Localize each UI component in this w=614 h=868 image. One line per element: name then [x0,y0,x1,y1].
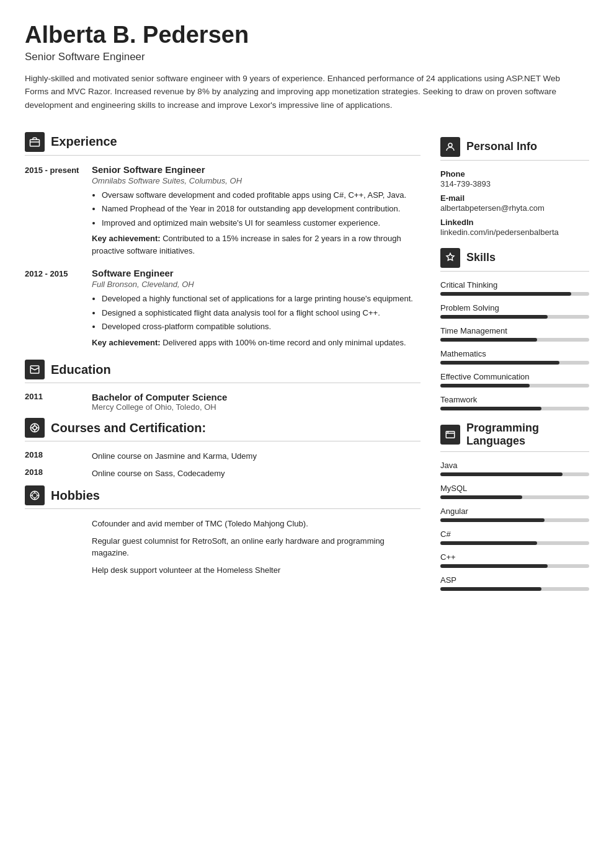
exp-year: 2015 - present [25,164,81,257]
prog-lang-item: Angular [440,507,589,522]
personal-info-title: Personal Info [466,140,537,153]
experience-title: Experience [51,135,117,149]
experience-icon [25,132,45,152]
prog-lang-bar-fill [440,587,541,591]
prog-lang-name: MySQL [440,484,589,493]
prog-lang-title: Programming Languages [466,422,589,448]
skill-bar-bg [440,384,589,388]
education-item: 2011Bachelor of Computer ScienceMercy Co… [25,392,420,412]
phone-label: Phone [440,169,589,179]
skill-bar-fill [440,407,541,410]
prog-lang-item: Java [440,461,589,476]
course-year: 2018 [25,467,81,480]
prog-lang-item: MySQL [440,484,589,499]
main-column: Experience 2015 - presentSenior Software… [25,126,420,585]
courses-icon [25,418,45,438]
email-label: E-mail [440,193,589,203]
experience-header: Experience [25,132,420,156]
hobby-item: Cofounder and avid member of TMC (Toledo… [92,518,420,530]
prog-lang-name: C# [440,529,589,539]
exp-content: Software EngineerFull Bronson, Cleveland… [92,268,420,348]
exp-bullets: Oversaw software development and coded p… [102,189,420,229]
education-list: 2011Bachelor of Computer ScienceMercy Co… [25,392,420,412]
exp-achievement: Key achievement: Delivered apps with 100… [92,337,420,349]
hobbies-header: Hobbies [25,485,420,509]
skill-name: Time Management [440,326,589,335]
candidate-summary: Highly-skilled and motivated senior soft… [25,72,583,112]
prog-lang-bar-bg [440,518,589,522]
exp-bullet-item: Developed cross-platform compatible solu… [102,321,420,333]
phone-value: 314-739-3893 [440,179,589,188]
prog-lang-bar-fill [440,541,537,545]
experience-list: 2015 - presentSenior Software EngineerOm… [25,164,420,349]
skill-item: Mathematics [440,349,589,365]
prog-lang-bar-fill [440,564,548,568]
prog-lang-name: Java [440,461,589,470]
exp-company: Full Bronson, Cleveland, OH [92,280,420,289]
skill-name: Mathematics [440,349,589,358]
skill-item: Effective Communication [440,372,589,388]
prog-lang-list: JavaMySQLAngularC#C++ASP [440,461,589,591]
exp-bullet-item: Oversaw software development and coded p… [102,189,420,202]
skill-bar-bg [440,338,589,342]
exp-bullet-item: Designed a sophisticated flight data ana… [102,307,420,319]
skill-bar-fill [440,315,548,319]
hobbies-section: Hobbies Cofounder and avid member of TMC… [25,485,420,581]
prog-lang-bar-bg [440,472,589,476]
skill-name: Effective Communication [440,372,589,381]
course-text: Online course on Sass, Codecademy [92,467,225,480]
prog-lang-name: Angular [440,507,589,516]
exp-company: Omnilabs Software Suites, Columbus, OH [92,176,420,185]
edu-content: Bachelor of Computer ScienceMercy Colleg… [92,392,227,412]
skills-list: Critical ThinkingProblem SolvingTime Man… [440,280,589,410]
skill-bar-bg [440,315,589,319]
svg-rect-0 [30,140,40,146]
hobbies-list: Cofounder and avid member of TMC (Toledo… [25,518,420,581]
education-section: Education 2011Bachelor of Computer Scien… [25,360,420,412]
skill-name: Teamwork [440,395,589,404]
svg-rect-16 [446,432,455,438]
linkedin-value: linkedin.com/in/pedersenbalberta [440,228,589,237]
exp-bullet-item: Developed a highly functional set of app… [102,293,420,305]
prog-lang-bar-bg [440,541,589,545]
skill-name: Problem Solving [440,303,589,312]
prog-lang-bar-bg [440,587,589,591]
skill-bar-fill [440,292,571,296]
exp-achievement: Key achievement: Contributed to a 15% in… [92,232,420,257]
skill-bar-bg [440,292,589,296]
courses-title: Courses and Certification: [51,421,206,435]
skills-icon [440,248,460,268]
experience-item: 2012 - 2015Software EngineerFull Bronson… [25,268,420,348]
personal-info-content: Phone 314-739-3893 E-mail albertabpeters… [440,169,589,237]
hobby-item: Regular guest columnist for RetroSoft, a… [92,535,420,559]
linkedin-label: LinkedIn [440,218,589,227]
exp-bullets: Developed a highly functional set of app… [102,293,420,333]
courses-section: Courses and Certification: 2018Online co… [25,418,420,479]
skill-bar-fill [440,384,530,388]
prog-lang-section: Programming Languages JavaMySQLAngularC#… [440,422,589,591]
prog-lang-bar-fill [440,518,545,522]
courses-list: 2018Online course on Jasmine and Karma, … [25,450,420,479]
prog-lang-name: ASP [440,575,589,585]
course-year: 2018 [25,450,81,463]
personal-info-icon [440,137,460,157]
courses-header: Courses and Certification: [25,418,420,441]
education-header: Education [25,360,420,383]
email-value: albertabpetersen@rhyta.com [440,203,589,213]
exp-year: 2012 - 2015 [25,268,81,348]
exp-job-title: Senior Software Engineer [92,164,420,175]
skills-header: Skills [440,248,589,272]
experience-section: Experience 2015 - presentSenior Software… [25,132,420,349]
side-column: Personal Info Phone 314-739-3893 E-mail … [440,126,589,598]
candidate-title: Senior Software Engineer [25,51,589,63]
prog-lang-item: ASP [440,575,589,591]
prog-lang-item: C# [440,529,589,545]
candidate-name: Alberta B. Pedersen [25,22,589,48]
skill-bar-fill [440,361,559,365]
course-item: 2018Online course on Jasmine and Karma, … [25,450,420,463]
skill-name: Critical Thinking [440,280,589,290]
svg-point-4 [33,426,37,430]
edu-school: Mercy College of Ohio, Toledo, OH [92,402,227,412]
skill-bar-fill [440,338,537,342]
exp-content: Senior Software EngineerOmnilabs Softwar… [92,164,420,257]
